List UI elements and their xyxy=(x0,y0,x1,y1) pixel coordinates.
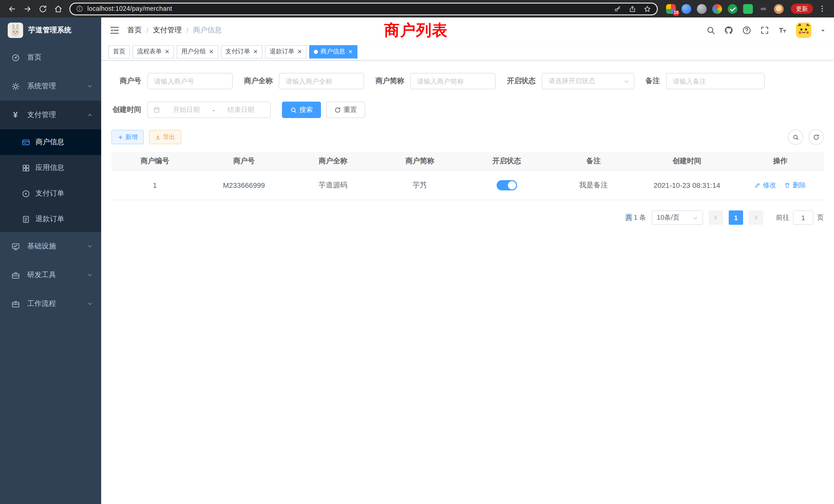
status-select[interactable]: 请选择开启状态 xyxy=(542,73,634,89)
sidebar-item-pay-order[interactable]: 支付订单 xyxy=(0,181,101,206)
create-time-label: 创建时间 xyxy=(111,105,141,114)
sidebar-item-app-info[interactable]: 应用信息 xyxy=(0,155,101,181)
reset-button[interactable]: 重置 xyxy=(326,101,365,118)
font-size-icon[interactable] xyxy=(778,26,787,35)
breadcrumb-home[interactable]: 首页 xyxy=(127,26,142,35)
tab-merchant-info[interactable]: 商户信息 xyxy=(309,45,357,58)
caret-down-icon[interactable] xyxy=(820,27,826,33)
app-logo[interactable]: 芋道管理系统 xyxy=(0,18,101,43)
breadcrumb-separator: / xyxy=(186,26,189,35)
password-key-icon[interactable] xyxy=(614,5,621,13)
bookmark-star-icon[interactable] xyxy=(643,5,651,13)
tab-process-form[interactable]: 流程表单 xyxy=(132,45,174,58)
page-size-select[interactable]: 10条/页 xyxy=(652,210,703,225)
extension-hamster-icon[interactable] xyxy=(774,4,784,14)
app-title: 芋道管理系统 xyxy=(28,26,71,35)
navbar-actions xyxy=(706,23,826,38)
page-number-1[interactable]: 1 xyxy=(729,210,743,225)
search-icon[interactable] xyxy=(706,26,716,35)
main-area: 首页 / 支付管理 / 商户信息 商户列表 xyxy=(101,18,834,504)
close-icon[interactable] xyxy=(297,49,302,54)
edit-link[interactable]: 修改 xyxy=(755,180,776,190)
pagination-total: 共1 条 xyxy=(626,213,646,222)
column-header: 创建时间 xyxy=(637,152,737,170)
pagination-total-highlight: 共 xyxy=(626,213,632,221)
sidebar-item-home[interactable]: 首页 xyxy=(0,43,101,72)
search-button[interactable]: 搜索 xyxy=(282,101,321,118)
merchant-short-input[interactable] xyxy=(410,73,496,89)
merchant-no-input[interactable] xyxy=(147,73,233,89)
share-icon[interactable] xyxy=(629,5,636,13)
url-text[interactable]: localhost:1024/pay/merchant xyxy=(87,5,610,12)
url-bar[interactable]: localhost:1024/pay/merchant xyxy=(69,2,658,15)
date-range-picker[interactable]: 开始日期 - 结束日期 xyxy=(147,101,271,118)
end-date-input[interactable]: 结束日期 xyxy=(217,105,265,114)
tab-home[interactable]: 首页 xyxy=(108,45,130,58)
extension-blue-icon[interactable] xyxy=(681,4,691,14)
column-header: 商户号 xyxy=(198,152,289,170)
extension-rainbow-icon[interactable] xyxy=(712,4,722,14)
home-icon[interactable] xyxy=(51,2,65,16)
user-avatar[interactable] xyxy=(796,23,811,38)
export-button[interactable]: 导出 xyxy=(149,130,181,144)
extensions-puzzle-icon[interactable]: 10 xyxy=(666,4,676,14)
back-icon[interactable] xyxy=(5,2,19,16)
sidebar-item-label: 应用信息 xyxy=(36,163,93,173)
sidebar-group-payment: ¥ 支付管理 商户信息 应用信息 xyxy=(0,100,101,232)
goto-page-input[interactable] xyxy=(793,210,813,225)
cell-merchant-id: 1 xyxy=(111,170,198,200)
sidebar-item-label: 支付订单 xyxy=(36,189,93,198)
breadcrumb: 首页 / 支付管理 / 商户信息 xyxy=(127,26,222,35)
help-icon[interactable] xyxy=(742,26,751,35)
next-page-button[interactable] xyxy=(749,210,763,225)
refresh-table-button[interactable] xyxy=(808,129,824,145)
extension-dark-icon[interactable] xyxy=(759,4,768,14)
toggle-search-button[interactable] xyxy=(788,129,803,145)
close-icon[interactable] xyxy=(348,49,353,54)
forward-icon[interactable] xyxy=(21,2,35,16)
prev-page-button[interactable] xyxy=(709,210,723,225)
sidebar-item-devtools[interactable]: 研发工具 xyxy=(0,261,101,290)
sidebar-item-workflow[interactable]: 工作流程 xyxy=(0,290,101,318)
extension-green-note-icon[interactable] xyxy=(743,4,753,14)
sidebar-item-payment[interactable]: ¥ 支付管理 xyxy=(0,100,101,129)
close-icon[interactable] xyxy=(209,49,214,54)
app-grid-icon xyxy=(21,163,31,172)
merchant-card-icon xyxy=(21,138,31,146)
chevron-down-icon xyxy=(87,301,93,307)
status-select-placeholder: 请选择开启状态 xyxy=(548,76,595,86)
chevron-down-icon xyxy=(623,78,630,85)
close-icon[interactable] xyxy=(253,49,258,54)
sidebar-toggle-icon[interactable] xyxy=(109,25,120,36)
reload-icon[interactable] xyxy=(36,2,50,16)
table-tools xyxy=(788,129,824,145)
extensions-badge: 10 xyxy=(673,10,679,16)
remark-input[interactable] xyxy=(666,73,765,89)
cell-status xyxy=(463,170,550,200)
status-toggle[interactable] xyxy=(496,180,517,190)
start-date-input[interactable]: 开始日期 xyxy=(162,105,211,114)
github-icon[interactable] xyxy=(724,26,733,35)
merchant-name-label: 商户全称 xyxy=(244,76,273,86)
breadcrumb-payment[interactable]: 支付管理 xyxy=(153,26,182,35)
close-icon[interactable] xyxy=(165,49,170,54)
page-info-icon[interactable] xyxy=(76,5,83,12)
browser-update-button[interactable]: 更新 xyxy=(791,4,813,14)
tab-user-group[interactable]: 用户分组 xyxy=(177,45,218,58)
sidebar-item-infrastructure[interactable]: 基础设施 xyxy=(0,232,101,261)
delete-link[interactable]: 删除 xyxy=(785,180,806,190)
extension-gray-icon[interactable] xyxy=(697,4,707,14)
fullscreen-icon[interactable] xyxy=(760,26,769,35)
browser-menu-icon[interactable] xyxy=(818,5,826,13)
briefcase-icon xyxy=(10,299,21,308)
sidebar-item-system[interactable]: 系统管理 xyxy=(0,72,101,100)
extension-green-check-icon[interactable] xyxy=(728,4,738,14)
merchant-name-input[interactable] xyxy=(279,73,364,89)
sidebar-item-merchant-info[interactable]: 商户信息 xyxy=(0,129,101,155)
sidebar-item-refund-order[interactable]: 退款订单 xyxy=(0,206,101,232)
add-button[interactable]: 新增 xyxy=(111,130,144,144)
tab-refund-order[interactable]: 退款订单 xyxy=(265,45,307,58)
filter-remark: 备注 xyxy=(645,73,765,89)
tab-pay-order[interactable]: 支付订单 xyxy=(221,45,262,58)
extensions-cluster: 10 xyxy=(666,4,784,14)
